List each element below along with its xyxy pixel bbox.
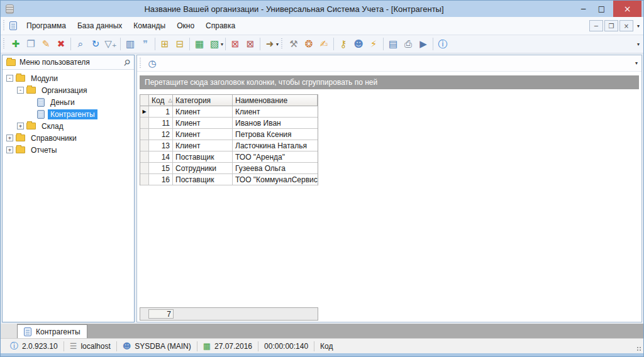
table-cell[interactable]: Петрова Ксения xyxy=(233,129,318,140)
video-button[interactable]: ▶ xyxy=(416,36,431,52)
column-header-label: Код xyxy=(152,96,164,105)
columns-button[interactable]: ▥ xyxy=(123,36,138,52)
table-cell[interactable]: 12 xyxy=(149,129,173,140)
collapse-icon[interactable]: - xyxy=(17,87,24,94)
expand-icon[interactable]: + xyxy=(6,135,13,141)
toolbar-overflow-icon[interactable]: ▾ xyxy=(633,41,643,47)
menu-item-0[interactable]: Программа xyxy=(21,19,72,33)
mdi-close-button[interactable]: × xyxy=(619,20,633,31)
table-row[interactable]: 13КлиентЛасточкина Наталья xyxy=(140,140,318,151)
table-cell[interactable]: Клиент xyxy=(173,140,233,151)
table-cell[interactable]: 16 xyxy=(149,174,173,185)
user-value: ☻SYSDBA (MAIN) xyxy=(117,339,197,353)
info-icon: ⓘ xyxy=(10,341,18,352)
menu-item-3[interactable]: Окно xyxy=(171,19,200,33)
table-row[interactable]: 14ПоставщикТОО "Аренда" xyxy=(140,151,318,163)
resize-grip[interactable] xyxy=(636,346,641,351)
folder-icon xyxy=(26,123,36,129)
tree-item-справочники[interactable]: +Справочники xyxy=(4,132,133,144)
table-cell[interactable]: 14 xyxy=(149,151,173,163)
tree-item-модули[interactable]: -Модули xyxy=(4,72,133,84)
close-button[interactable]: × xyxy=(613,1,641,17)
expand-tree-icon: ⊞ xyxy=(161,38,169,50)
speech-bubbles-icon: ❞ xyxy=(143,38,148,50)
table-cell[interactable]: Поставщик xyxy=(173,174,233,185)
table-cell[interactable]: Иванов Иван xyxy=(233,118,318,129)
minimize-button[interactable]: − xyxy=(574,3,592,15)
table-cell[interactable]: Клиент xyxy=(233,106,318,118)
tree-item-организация[interactable]: -Организация xyxy=(4,84,133,96)
timer-button[interactable]: ◷ xyxy=(145,56,160,71)
server-icon: ☰ xyxy=(70,341,77,351)
menubar-overflow-icon[interactable]: ▾ xyxy=(633,23,643,29)
data-grid: Код△КатегорияНаименование▶1КлиентКлиент1… xyxy=(140,94,639,322)
collapse-icon[interactable]: - xyxy=(6,75,13,82)
table-row[interactable]: 11КлиентИванов Иван xyxy=(140,118,318,129)
edit-button[interactable]: ✎ xyxy=(38,36,53,52)
host-value: ☰localhost xyxy=(64,339,116,353)
table-cell[interactable]: Гузеева Ольга xyxy=(233,163,318,174)
menu-item-1[interactable]: База данных xyxy=(72,19,128,33)
table-cell[interactable]: 13 xyxy=(149,140,173,151)
row-indicator xyxy=(140,129,149,140)
expand-icon[interactable]: + xyxy=(17,123,24,129)
palette-button[interactable]: ❂ xyxy=(301,36,316,52)
delete-button[interactable]: ✖ xyxy=(53,36,69,52)
toolbar-separator xyxy=(189,38,190,50)
table-button[interactable]: ▤ xyxy=(386,36,401,52)
table-cell[interactable]: Ласточкина Наталья xyxy=(233,140,318,151)
collapse-all-button[interactable]: ⊟ xyxy=(172,36,187,52)
tree-item-отчеты[interactable]: +Отчеты xyxy=(4,144,133,156)
column-header-2[interactable]: Наименование xyxy=(233,95,318,106)
red-x-icon: ✖ xyxy=(57,38,65,50)
column-header-1[interactable]: Категория xyxy=(173,95,233,106)
table-cell[interactable]: Клиент xyxy=(173,106,233,118)
tree-item-склад[interactable]: +Склад xyxy=(4,120,133,132)
table-cell[interactable]: Клиент xyxy=(173,118,233,129)
copy-button[interactable]: ❐ xyxy=(23,36,38,52)
import-excel-button[interactable]: ▧ xyxy=(207,36,222,52)
tree-item-label: Деньги xyxy=(48,97,77,107)
exit-button[interactable]: ➜ xyxy=(262,36,277,52)
table-row[interactable]: 16ПоставщикТОО "КоммуналСервис" xyxy=(140,174,318,185)
add-button[interactable]: ✚ xyxy=(8,36,23,52)
table-cell[interactable]: Сотрудники xyxy=(173,163,233,174)
table-cell[interactable]: 11 xyxy=(149,118,173,129)
expand-icon[interactable]: + xyxy=(6,146,13,153)
tree-item-деньги[interactable]: Деньги xyxy=(4,96,133,108)
group-by-panel[interactable]: Перетащите сюда заголовок колонки, чтобы… xyxy=(140,75,639,89)
menu-item-2[interactable]: Команды xyxy=(128,19,171,33)
mdi-minimize-button[interactable]: − xyxy=(589,20,603,31)
table-cell[interactable]: Клиент xyxy=(173,129,233,140)
table-cell[interactable]: ТОО "КоммуналСервис" xyxy=(233,174,318,185)
table-row[interactable]: 15СотрудникиГузеева Ольга xyxy=(140,163,318,174)
comments-button[interactable]: ❞ xyxy=(138,36,153,52)
search-button[interactable]: ⌕ xyxy=(73,36,88,52)
info-button[interactable]: ⓘ xyxy=(435,36,450,52)
subtoolbar-overflow-icon[interactable]: ▾ xyxy=(631,60,641,66)
close-window-button[interactable]: ⊠ xyxy=(228,36,243,52)
mdi-restore-button[interactable]: ❐ xyxy=(604,20,618,31)
table-cell[interactable]: Поставщик xyxy=(173,151,233,163)
table-row[interactable]: ▶1КлиентКлиент xyxy=(140,106,318,118)
table-row[interactable]: 12КлиентПетрова Ксения xyxy=(140,129,318,140)
menu-item-4[interactable]: Справка xyxy=(200,19,241,33)
export-excel-button[interactable]: ▦ xyxy=(192,36,207,52)
table-cell[interactable]: ТОО "Аренда" xyxy=(233,151,318,163)
properties-button[interactable]: ✍ xyxy=(316,36,331,52)
table-cell[interactable]: 1 xyxy=(149,106,173,118)
tools-button[interactable]: ⚒ xyxy=(286,36,301,52)
refresh-button[interactable]: ↻ xyxy=(88,36,103,52)
print-button[interactable]: ⎙ xyxy=(401,36,416,52)
expand-all-button[interactable]: ⊞ xyxy=(157,36,172,52)
close-all-button[interactable]: ⊠ xyxy=(243,36,258,52)
tab-kontragenty[interactable]: Контрагенты xyxy=(17,324,87,338)
tree-item-контрагенты[interactable]: Контрагенты xyxy=(4,108,133,120)
power-button[interactable]: ⚡ xyxy=(366,36,381,52)
table-cell[interactable]: 15 xyxy=(149,163,173,174)
filter-button[interactable]: ▽₊ xyxy=(103,36,118,52)
column-header-0[interactable]: Код△ xyxy=(149,95,173,106)
maximize-button[interactable]: □ xyxy=(592,3,611,15)
lock-button[interactable]: ⚷ xyxy=(336,36,351,52)
users-button[interactable]: ☻ xyxy=(351,36,366,52)
